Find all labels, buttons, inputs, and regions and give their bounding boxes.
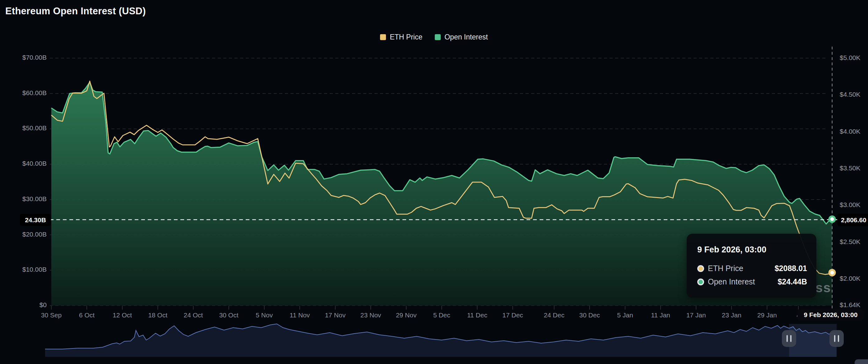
handle-grip-icon (786, 335, 788, 342)
open-interest-dot-icon (697, 278, 704, 285)
left-axis-tick: $20.00B (6, 231, 46, 238)
handle-grip-icon (790, 335, 792, 342)
x-axis-tick: 11 Dec (467, 311, 487, 319)
x-axis-tick: 24 Dec (544, 311, 564, 319)
x-axis-tick: 18 Oct (148, 311, 167, 319)
left-axis-tick: $0 (6, 301, 46, 309)
navigator-area (45, 324, 837, 357)
x-axis-tick: 11 Jan (651, 311, 670, 319)
watermark: ss (815, 280, 831, 295)
tooltip-row-open-interest: Open Interest $24.44B (697, 277, 807, 286)
open-interest-end-marker (830, 217, 835, 222)
x-axis-tick: 29 Jan (757, 311, 777, 319)
left-axis-tick: $40.00B (6, 160, 46, 167)
x-axis-tick: 17 Dec (502, 311, 523, 319)
handle-grip-icon (834, 335, 835, 342)
right-axis-tick: $2.00K (840, 275, 861, 282)
right-axis-tick: $5.00K (840, 54, 861, 62)
left-axis-tick: $50.00B (6, 124, 46, 132)
left-axis-tick: $10.00B (6, 266, 46, 273)
crosshair-date-badge: 9 Feb 2026, 03:00 (797, 309, 864, 321)
navigator-left-handle[interactable] (782, 330, 796, 347)
x-axis-tick: 23 Nov (361, 311, 381, 319)
right-axis-tick: $4.50K (840, 91, 861, 98)
range-navigator[interactable] (0, 323, 868, 364)
x-axis-tick: 5 Nov (256, 311, 273, 319)
x-axis-tick: 17 Nov (325, 311, 346, 319)
x-axis-tick: 11 Nov (289, 311, 310, 319)
handle-grip-icon (838, 335, 839, 342)
tooltip-row-eth-price: ETH Price $2088.01 (697, 264, 807, 273)
x-axis-tick: 6 Oct (79, 311, 95, 319)
x-axis-tick: 30 Oct (219, 311, 239, 319)
right-axis-tick: $3.50K (840, 164, 861, 172)
right-axis-tick: $1.64K (840, 301, 861, 309)
x-axis-tick: 17 Jan (686, 311, 706, 319)
x-axis-tick: 23 Jan (722, 311, 741, 319)
left-axis-tick: $30.00B (6, 195, 46, 203)
eth-price-end-marker (830, 270, 835, 275)
left-axis-tick: $70.00B (6, 54, 46, 61)
right-axis-tick: $4.00K (840, 128, 861, 135)
tooltip-label-open-interest: Open Interest (708, 277, 755, 286)
tooltip-date: 9 Feb 2026, 03:00 (697, 245, 807, 255)
tooltip-label-eth-price: ETH Price (708, 264, 743, 273)
right-axis-tick: $2.50K (840, 238, 861, 245)
x-axis-tick: 12 Oct (113, 311, 132, 319)
x-axis-tick: 29 Nov (396, 311, 417, 319)
chart-page: Ethereum Open Interest (USD) ETH Price O… (0, 0, 868, 364)
x-axis-tick: 5 Jan (617, 311, 633, 319)
tooltip-value-open-interest: $24.44B (777, 277, 807, 286)
left-axis-tick: $60.00B (6, 89, 46, 97)
crosshair-oi-value-badge: 24.30B (20, 214, 51, 226)
right-axis-tick: $3.00K (840, 201, 861, 208)
x-axis-tick: 30 Dec (579, 311, 600, 319)
x-axis-tick: 5 Dec (433, 311, 450, 319)
corner-button[interactable] (855, 359, 868, 364)
crosshair-price-value-badge: 2,806.60 (837, 213, 868, 226)
tooltip: 9 Feb 2026, 03:00 ETH Price $2088.01 Ope… (687, 234, 816, 298)
tooltip-value-eth-price: $2088.01 (775, 264, 807, 273)
x-axis-tick: 30 Sep (41, 311, 62, 319)
eth-price-dot-icon (697, 265, 704, 272)
navigator-right-handle[interactable] (830, 330, 844, 347)
x-axis-tick: 24 Oct (184, 311, 203, 319)
